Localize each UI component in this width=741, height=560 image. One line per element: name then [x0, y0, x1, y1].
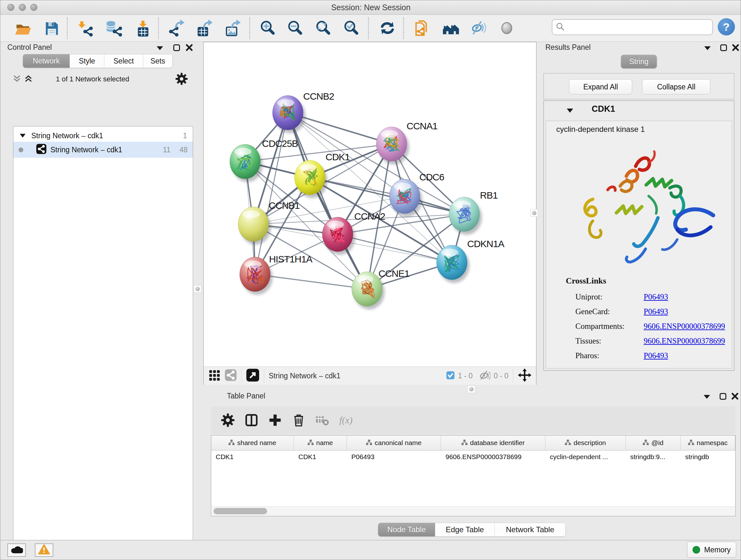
column-header-database-identifier[interactable]: database identifier [441, 435, 545, 450]
tab-edge-table[interactable]: Edge Table [435, 523, 494, 537]
tab-select[interactable]: Select [104, 54, 143, 68]
cdk1-result-card: CDK1 cyclin-dependent kinase 1 [543, 101, 734, 371]
results-panel-float-icon[interactable] [720, 44, 727, 51]
column-header-description[interactable]: description [545, 435, 626, 450]
column-header-namespac[interactable]: namespac [681, 435, 735, 450]
table-settings-gear-icon[interactable] [216, 411, 240, 430]
network-options-gear-icon[interactable] [175, 72, 188, 86]
results-panel-close-icon[interactable] [732, 44, 739, 53]
export-network-icon[interactable] [167, 18, 187, 38]
control-panel-title: Control Panel [7, 43, 52, 52]
column-type-icon [228, 439, 234, 447]
node-table: shared namenamecanonical namedatabase id… [211, 435, 736, 516]
crosslink-link[interactable]: 9606.ENSP00000378699 [644, 336, 725, 346]
table-panel-menu-icon[interactable] [704, 395, 710, 399]
import-table-icon[interactable] [133, 18, 153, 38]
import-network-icon[interactable] [76, 18, 95, 38]
share-network-gray-icon[interactable] [225, 369, 237, 382]
export-table-icon[interactable] [195, 18, 215, 38]
selected-counts: 1 - 0 [458, 372, 473, 380]
delete-table-icon[interactable] [311, 411, 334, 430]
eye-icon[interactable] [497, 18, 517, 38]
search-box[interactable] [552, 19, 713, 35]
column-label: @id [651, 439, 664, 447]
table-horizontal-scrollbar[interactable] [212, 506, 735, 516]
column-label: description [574, 439, 606, 447]
column-header-shared-name[interactable]: shared name [211, 435, 294, 450]
collapse-all-chevron-icon[interactable] [12, 74, 21, 84]
main-toolbar: ? [0, 15, 741, 42]
results-panel-menu-icon[interactable] [704, 46, 711, 50]
crosslink-link[interactable]: 9606.ENSP00000378699 [644, 322, 725, 331]
import-database-icon[interactable] [105, 18, 124, 38]
column-header-canonical-name[interactable]: canonical name [347, 435, 441, 450]
crosslink-link[interactable]: P06493 [644, 293, 668, 301]
hidden-eye-icon[interactable] [478, 370, 490, 382]
fit-content-crosshair-icon[interactable] [518, 368, 532, 383]
crosslink-row: GeneCard:P06493 [576, 304, 725, 319]
crosslink-link[interactable]: P06493 [644, 307, 668, 316]
result-expander-icon[interactable] [566, 108, 574, 115]
tab-style[interactable]: Style [70, 54, 104, 68]
left-splitter-handle[interactable] [194, 285, 201, 293]
table-panel-close-icon[interactable] [731, 392, 739, 401]
column-header--id[interactable]: @id [626, 435, 681, 450]
results-panel: Results Panel String Expand All Collapse… [543, 42, 738, 385]
hidden-counts: 0 - 0 [494, 372, 509, 380]
control-panel-close-icon[interactable] [185, 44, 193, 53]
share-document-icon[interactable] [413, 18, 432, 38]
right-splitter-handle[interactable] [530, 209, 538, 217]
toolbar-separator [67, 17, 68, 39]
export-image-icon[interactable] [223, 18, 243, 38]
selected-checkbox-icon[interactable] [446, 371, 455, 381]
tab-sets[interactable]: Sets [143, 54, 172, 68]
cloud-status-button[interactable] [7, 543, 26, 557]
add-column-icon[interactable] [263, 411, 287, 430]
table-row[interactable]: CDK1CDK1P064939606.ENSP00000378699cyclin… [211, 450, 735, 463]
column-type-icon [308, 439, 314, 447]
network-collection-row[interactable]: String Network – cdk1 1 [13, 128, 193, 143]
search-input[interactable] [568, 23, 712, 32]
crosslink-link[interactable]: P06493 [644, 351, 668, 360]
show-columns-icon[interactable] [240, 411, 263, 430]
control-panel-menu-icon[interactable] [157, 46, 163, 50]
column-type-icon [366, 439, 372, 447]
help-icon[interactable]: ? [718, 18, 735, 36]
network-row-selected[interactable]: String Network – cdk1 11 48 [13, 142, 193, 158]
zoom-fit-icon[interactable] [314, 18, 333, 38]
string-home-icon[interactable] [441, 18, 461, 38]
save-session-icon[interactable] [42, 18, 62, 38]
function-builder-icon[interactable]: f(x) [334, 411, 358, 430]
node-label-cdkn1a: CDKN1A [467, 239, 504, 249]
network-canvas[interactable]: CCNB2CCNA1CDC25BCDK1CDC6RB1CCNB1CCNA2CDK… [204, 42, 536, 367]
control-panel-float-icon[interactable] [173, 44, 180, 51]
collapse-all-button[interactable]: Collapse All [642, 79, 711, 95]
tree-expander-icon[interactable] [19, 132, 26, 140]
expand-all-button[interactable]: Expand All [569, 79, 632, 95]
tab-network-table[interactable]: Network Table [494, 523, 565, 537]
open-in-window-icon[interactable] [246, 368, 259, 383]
refresh-icon[interactable] [378, 18, 397, 38]
open-file-icon[interactable] [13, 18, 33, 38]
result-detail-box: cyclin-dependent kinase 1 [546, 121, 732, 368]
zoom-selected-icon[interactable] [342, 18, 361, 38]
tab-network[interactable]: Network [23, 54, 70, 68]
table-panel-float-icon[interactable] [720, 393, 726, 400]
table-panel-title: Table Panel [227, 392, 265, 400]
memory-button[interactable]: Memory [687, 542, 736, 558]
scrollbar-thumb[interactable] [213, 508, 267, 514]
delete-column-icon[interactable] [287, 411, 311, 430]
table-tab-bar: Node TableEdge TableNetwork Table [378, 523, 566, 537]
network-background[interactable] [204, 42, 536, 367]
expand-all-chevron-icon[interactable] [24, 74, 33, 84]
tab-node-table[interactable]: Node Table [378, 523, 435, 537]
column-type-icon [643, 439, 649, 447]
network-selection-status: 1 of 1 Network selected [37, 75, 148, 83]
column-header-name[interactable]: name [294, 435, 347, 450]
tab-string[interactable]: String [621, 55, 657, 68]
zoom-in-icon[interactable] [258, 18, 278, 38]
zoom-out-icon[interactable] [286, 18, 306, 38]
birdseye-grid-icon[interactable] [209, 369, 221, 382]
warning-status-button[interactable] [35, 543, 53, 557]
hide-unhide-icon[interactable] [469, 18, 489, 38]
